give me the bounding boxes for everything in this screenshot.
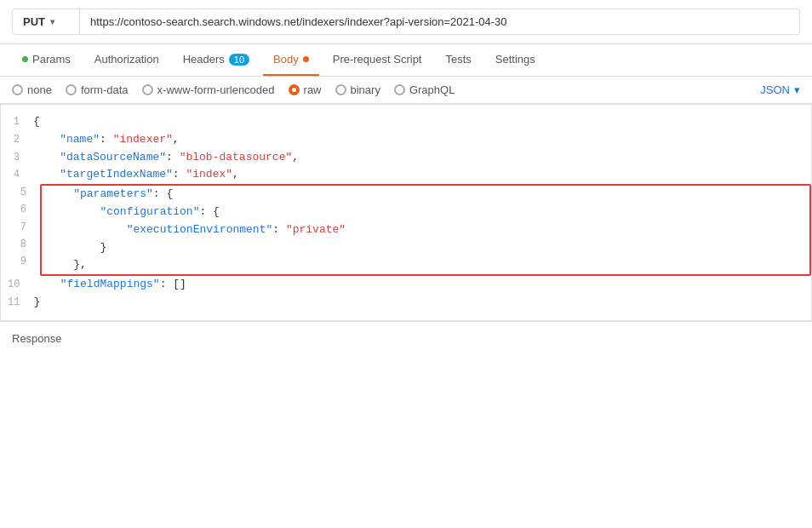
highlight-line-6: "configuration": { bbox=[47, 204, 804, 221]
line-content-10: "fieldMappings": [] bbox=[33, 276, 804, 294]
code-line-2: 2 "name": "indexer", bbox=[1, 131, 811, 149]
line-content-9: }, bbox=[47, 258, 87, 271]
radio-binary bbox=[335, 84, 346, 95]
format-label: JSON bbox=[760, 83, 790, 96]
code-editor[interactable]: 1 { 2 "name": "indexer", 3 "dataSourceNa… bbox=[1, 105, 811, 320]
line-number-6: 6 bbox=[8, 201, 33, 218]
code-line-4: 4 "targetIndexName": "index", bbox=[1, 166, 811, 184]
line-number-8: 8 bbox=[8, 236, 33, 253]
body-type-binary-label: binary bbox=[351, 83, 380, 96]
body-type-graphql-label: GraphQL bbox=[409, 83, 455, 96]
tab-headers-label: Headers bbox=[183, 53, 225, 66]
body-type-graphql[interactable]: GraphQL bbox=[394, 83, 455, 96]
tab-params[interactable]: Params bbox=[12, 44, 81, 76]
body-type-raw-label: raw bbox=[304, 83, 322, 96]
code-line-1: 1 { bbox=[1, 113, 811, 131]
line-number-11: 11 bbox=[8, 294, 33, 311]
headers-badge: 10 bbox=[229, 54, 249, 66]
line-number-1: 1 bbox=[8, 113, 33, 130]
method-chevron-icon: ▾ bbox=[50, 17, 54, 26]
method-select[interactable]: PUT ▾ bbox=[12, 9, 80, 35]
line-number-7: 7 bbox=[8, 219, 33, 236]
response-label: Response bbox=[12, 332, 62, 345]
body-type-form-data[interactable]: form-data bbox=[66, 83, 129, 96]
body-type-raw[interactable]: raw bbox=[289, 83, 322, 96]
radio-urlencoded bbox=[142, 84, 153, 95]
body-type-urlencoded[interactable]: x-www-form-urlencoded bbox=[142, 83, 275, 96]
line-content-7: "executionEnvironment": "private" bbox=[47, 223, 346, 236]
highlight-line-9: }, bbox=[47, 256, 804, 274]
line-content-8: } bbox=[47, 241, 106, 254]
line-number-5: 5 bbox=[8, 184, 33, 201]
code-line-10: 10 "fieldMappings": [] bbox=[1, 276, 811, 294]
method-label: PUT bbox=[23, 15, 45, 28]
line-nums-col: 56789 bbox=[1, 184, 40, 276]
line-number-2: 2 bbox=[8, 131, 33, 148]
tab-pre-request[interactable]: Pre-request Script bbox=[323, 44, 432, 76]
tab-tests-label: Tests bbox=[445, 53, 471, 66]
radio-graphql bbox=[394, 84, 405, 95]
radio-none bbox=[12, 84, 23, 95]
line-content-2: "name": "indexer", bbox=[33, 131, 804, 149]
url-input[interactable] bbox=[80, 9, 800, 35]
format-selector[interactable]: JSON ▾ bbox=[760, 83, 800, 96]
code-line-3: 3 "dataSourceName": "blob-datasource", bbox=[1, 149, 811, 167]
radio-form-data bbox=[66, 84, 77, 95]
params-dot bbox=[22, 56, 28, 62]
highlighted-content-block: "parameters": { "configuration": { "exec… bbox=[40, 184, 811, 276]
body-type-binary[interactable]: binary bbox=[335, 83, 380, 96]
line-content-5: "parameters": { bbox=[47, 187, 173, 200]
highlight-line-8: } bbox=[47, 239, 804, 257]
tab-authorization[interactable]: Authorization bbox=[84, 44, 169, 76]
body-type-bar: none form-data x-www-form-urlencoded raw… bbox=[0, 77, 812, 104]
tab-authorization-label: Authorization bbox=[94, 53, 159, 66]
code-editor-area: 1 { 2 "name": "indexer", 3 "dataSourceNa… bbox=[0, 104, 812, 321]
tab-body[interactable]: Body bbox=[263, 44, 319, 76]
line-content-11: } bbox=[33, 294, 804, 312]
format-chevron-icon: ▾ bbox=[794, 83, 800, 96]
line-number-10: 10 bbox=[8, 276, 33, 293]
line-number-3: 3 bbox=[8, 149, 33, 166]
body-type-none[interactable]: none bbox=[12, 83, 52, 96]
body-type-none-label: none bbox=[27, 83, 52, 96]
tab-params-label: Params bbox=[32, 53, 71, 66]
line-content-4: "targetIndexName": "index", bbox=[33, 166, 804, 184]
highlight-row-group: 56789 "parameters": { "configuration": {… bbox=[1, 184, 811, 276]
highlight-group: 56789 "parameters": { "configuration": {… bbox=[1, 184, 811, 276]
tab-pre-request-label: Pre-request Script bbox=[333, 53, 422, 66]
body-type-form-data-label: form-data bbox=[81, 83, 129, 96]
request-tabs: Params Authorization Headers 10 Body Pre… bbox=[0, 44, 812, 77]
body-type-urlencoded-label: x-www-form-urlencoded bbox=[157, 83, 275, 96]
url-bar: PUT ▾ bbox=[0, 0, 812, 44]
body-dot bbox=[303, 56, 309, 62]
line-content-1: { bbox=[33, 113, 804, 131]
highlight-line-7: "executionEnvironment": "private" bbox=[47, 221, 804, 239]
tab-headers[interactable]: Headers 10 bbox=[173, 44, 260, 76]
tab-settings[interactable]: Settings bbox=[485, 44, 546, 76]
response-section: Response bbox=[0, 321, 812, 355]
radio-raw bbox=[289, 84, 300, 95]
code-line-11: 11 } bbox=[1, 294, 811, 312]
line-number-9: 9 bbox=[8, 253, 33, 270]
radio-raw-inner bbox=[292, 88, 296, 92]
highlight-line-5: "parameters": { bbox=[47, 186, 804, 204]
tab-tests[interactable]: Tests bbox=[435, 44, 481, 76]
line-content-6: "configuration": { bbox=[47, 205, 220, 218]
tab-body-label: Body bbox=[273, 53, 299, 66]
line-content-3: "dataSourceName": "blob-datasource", bbox=[33, 149, 804, 167]
tab-settings-label: Settings bbox=[495, 53, 535, 66]
line-number-4: 4 bbox=[8, 166, 33, 183]
